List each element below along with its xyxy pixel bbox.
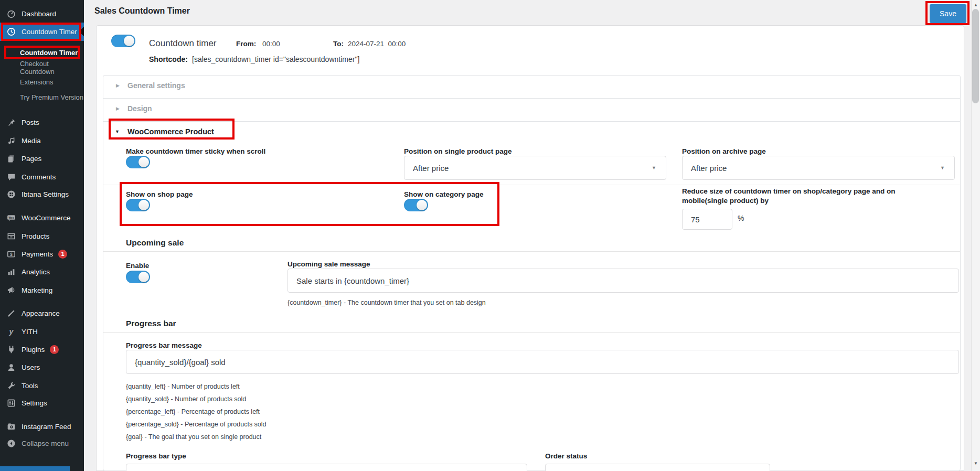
scrollbar-thumb[interactable] bbox=[972, 9, 979, 103]
order-status-label: Order status bbox=[545, 452, 587, 460]
sidebar-item-label: Plugins bbox=[22, 346, 45, 354]
divider bbox=[103, 332, 960, 333]
sidebar-subitem-label: Countdown Timer bbox=[20, 49, 78, 57]
percent-unit: % bbox=[738, 214, 744, 222]
accordion-woocommerce-product[interactable]: WooCommerce Product bbox=[127, 127, 214, 136]
plugins-icon bbox=[6, 345, 16, 355]
selected-value: After price bbox=[691, 164, 727, 173]
chevron-right-icon: ▶ bbox=[116, 83, 120, 88]
chevron-down-icon: ▼ bbox=[652, 165, 656, 170]
sidebar-item-analytics[interactable]: Analytics bbox=[0, 263, 84, 281]
chevron-down-icon: ▼ bbox=[115, 129, 120, 134]
upcoming-message-input[interactable] bbox=[287, 269, 959, 293]
sidebar-item-comments[interactable]: Comments bbox=[0, 168, 84, 186]
sidebar-item-marketing[interactable]: Marketing bbox=[0, 281, 84, 299]
comments-icon bbox=[6, 172, 16, 182]
sidebar-item-users[interactable]: Users bbox=[0, 358, 84, 376]
sidebar-item-label: Dashboard bbox=[22, 10, 56, 18]
dashboard-icon bbox=[6, 9, 16, 19]
users-icon bbox=[6, 362, 16, 372]
upcoming-enable-toggle[interactable] bbox=[126, 271, 150, 283]
collapse-icon bbox=[6, 438, 16, 448]
sidebar-item-payments[interactable]: $ Payments 1 bbox=[0, 245, 84, 263]
products-icon bbox=[6, 231, 16, 241]
progress-message-label: Progress bar message bbox=[126, 341, 202, 349]
sidebar-item-plugins[interactable]: Plugins 1 bbox=[0, 340, 84, 358]
sidebar-item-label: Tools bbox=[22, 382, 38, 390]
hint-percentage-left: {percentage_left} - Percentage of produc… bbox=[126, 408, 260, 415]
hint-goal: {goal} - The goal that you set on single… bbox=[126, 433, 261, 441]
divider bbox=[103, 98, 960, 99]
accordion-general-settings[interactable]: General settings bbox=[127, 81, 185, 90]
to-label: To: bbox=[333, 40, 344, 48]
toggle-knob bbox=[139, 272, 149, 282]
current-menu-arrow bbox=[79, 27, 84, 36]
tools-icon bbox=[6, 381, 16, 391]
progress-bar-heading: Progress bar bbox=[126, 319, 176, 328]
sidebar-item-appearance[interactable]: Appearance bbox=[0, 304, 84, 322]
sidebar-item-countdown-timer[interactable]: Countdown Timer bbox=[0, 23, 84, 41]
hint-quantity-sold: {quantity_sold} - Number of products sol… bbox=[126, 395, 246, 403]
show-shop-toggle[interactable] bbox=[126, 199, 150, 211]
sidebar-item-settings[interactable]: Settings bbox=[0, 394, 84, 412]
show-category-toggle[interactable] bbox=[404, 199, 428, 211]
order-status-select[interactable] bbox=[545, 464, 770, 471]
chevron-down-icon: ▼ bbox=[940, 165, 945, 170]
reduce-size-label-line2: mobile(single product) by bbox=[682, 197, 769, 205]
sidebar-subitem-countdown-timer[interactable]: Countdown Timer bbox=[0, 46, 84, 59]
show-category-label: Show on category page bbox=[404, 190, 484, 198]
accordion-design[interactable]: Design bbox=[127, 104, 152, 113]
progress-type-select[interactable] bbox=[126, 464, 527, 471]
sidebar-subitem-try-premium[interactable]: Try Premium Version bbox=[0, 90, 84, 104]
progress-message-input[interactable] bbox=[126, 350, 959, 374]
sidebar-item-label: Instagram Feed bbox=[22, 423, 71, 431]
divider bbox=[103, 185, 960, 185]
sidebar-item-tools[interactable]: Tools bbox=[0, 377, 84, 394]
position-single-label: Position on single product page bbox=[404, 147, 512, 155]
reduce-size-label-line1: Reduce size of countdown timer on shop/c… bbox=[682, 187, 896, 195]
plugins-badge: 1 bbox=[50, 345, 59, 354]
sidebar-item-posts[interactable]: Posts bbox=[0, 113, 84, 131]
pages-icon bbox=[6, 154, 16, 164]
position-archive-select[interactable]: After price ▼ bbox=[682, 156, 955, 180]
from-value[interactable]: 00:00 bbox=[262, 40, 280, 48]
sidebar-item-collapse-menu[interactable]: Collapse menu bbox=[0, 434, 84, 452]
sidebar-item-label: Ibtana Settings bbox=[22, 190, 69, 198]
sidebar-item-label: Media bbox=[22, 137, 41, 145]
chevron-right-icon: ▶ bbox=[116, 106, 120, 111]
sidebar-subitem-extensions[interactable]: Extensions bbox=[0, 75, 84, 89]
sticky-toggle[interactable] bbox=[126, 156, 150, 168]
sidebar-item-label: Payments bbox=[22, 250, 53, 258]
show-shop-label: Show on shop page bbox=[126, 190, 193, 198]
toggle-knob bbox=[139, 200, 149, 210]
position-single-select[interactable]: After price ▼ bbox=[404, 156, 666, 180]
sidebar-item-pages[interactable]: Pages bbox=[0, 149, 84, 167]
upcoming-sale-heading: Upcoming sale bbox=[126, 238, 184, 248]
countdown-timer-toggle[interactable] bbox=[111, 35, 135, 47]
sidebar-item-label: Settings bbox=[22, 399, 47, 407]
camera-icon bbox=[6, 422, 16, 432]
scrollbar-down-arrow[interactable]: ▼ bbox=[973, 461, 979, 466]
sidebar-item-label: Marketing bbox=[22, 286, 52, 294]
shortcode-value: [sales_countdown_timer id="salescountdow… bbox=[192, 55, 359, 63]
sidebar-item-products[interactable]: Products bbox=[0, 227, 84, 245]
save-button[interactable]: Save bbox=[930, 4, 966, 23]
sidebar-subitem-label: Try Premium Version bbox=[20, 93, 83, 101]
to-value[interactable]: 2024-07-21 00:00 bbox=[348, 40, 406, 48]
sidebar-item-instagram-feed[interactable]: Instagram Feed bbox=[0, 418, 84, 435]
sidebar-subitem-checkout-countdown[interactable]: Checkout Countdown bbox=[0, 61, 84, 74]
media-icon bbox=[6, 136, 16, 146]
sidebar-item-media[interactable]: Media bbox=[0, 132, 84, 149]
scrollbar-up-arrow[interactable]: ▲ bbox=[973, 3, 979, 7]
payments-badge: 1 bbox=[58, 250, 67, 259]
sidebar-item-yith[interactable]: y YITH bbox=[0, 323, 84, 340]
sidebar-item-dashboard[interactable]: Dashboard bbox=[0, 5, 84, 23]
sidebar-item-ibtana-settings[interactable]: Ibtana Settings bbox=[0, 185, 84, 203]
sidebar-item-label: Users bbox=[22, 363, 40, 371]
sidebar-item-woocommerce[interactable]: Woo WooCommerce bbox=[0, 209, 84, 227]
sidebar-item-label: Appearance bbox=[22, 309, 60, 317]
bottom-blue-strip bbox=[0, 466, 70, 471]
appearance-icon bbox=[6, 308, 16, 318]
reduce-size-input[interactable] bbox=[682, 209, 732, 230]
marketing-icon bbox=[6, 285, 16, 295]
